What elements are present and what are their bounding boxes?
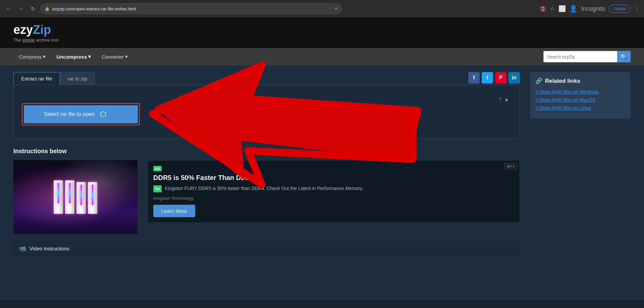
link-icon: 🔗 [535, 77, 542, 84]
file-select-label: Select rar file to open [44, 111, 95, 117]
search-input[interactable] [543, 51, 617, 62]
ad-description: Ad Kingston FURY DDR5 is 50% faster than… [153, 185, 514, 192]
ram-stick-4 [88, 182, 97, 214]
video-section: 📹 Video Instructions [13, 241, 520, 256]
menu-icon[interactable]: ⋮ [634, 5, 640, 12]
nav-search: 🔍 [543, 51, 631, 62]
file-select-button[interactable]: Select rar file to open ⬡ [24, 105, 138, 123]
ad-header: Ad AD X [153, 166, 514, 171]
share-facebook-button[interactable]: f [468, 72, 480, 83]
forward-button[interactable]: → [16, 4, 25, 13]
page-main: Extract rar file rar to zip f t P in ? ▲ [13, 72, 520, 256]
share-twitter-button[interactable]: t [482, 72, 493, 83]
url-text: ezyzip.com/open-extract-rar-file-online.… [52, 6, 136, 11]
content-row: Ad AD X DDR5 is 50% Faster Than DDR4 Ad … [13, 160, 520, 234]
ad-label: AD [506, 164, 512, 168]
close-icon: X [513, 164, 515, 168]
file-select-wrapper: Select rar file to open ⬡ [22, 103, 140, 125]
incognito-label: Incognito [581, 5, 605, 12]
no-camera-icon: 📵 [540, 6, 546, 12]
instructions-heading: Instructions below [13, 148, 520, 155]
chevron-down-icon: ▾ [43, 54, 46, 60]
site-header: ezyZip The simple archive tool [0, 17, 644, 48]
nav-bar: Compress ▾ Uncompress ▾ Converter ▾ 🔍 [0, 48, 644, 65]
address-bar[interactable]: 🔒 ezyzip.com/open-extract-rar-file-onlin… [40, 3, 342, 14]
search-button[interactable]: 🔍 [617, 51, 631, 62]
browser-right-icons: 📵 ☆ ⬜ 👤 Incognito Update ⋮ [540, 5, 640, 13]
update-button[interactable]: Update [609, 5, 631, 13]
video-label: Video Instructions [30, 246, 69, 251]
logo[interactable]: ezyZip [13, 23, 58, 37]
ad-inline-badge: Ad [153, 185, 162, 192]
share-pinterest-button[interactable]: P [495, 72, 506, 83]
logo-ezy: ezy [13, 23, 33, 37]
tab-icon[interactable]: ⬜ [558, 5, 566, 12]
ad-close-button[interactable]: AD X [504, 163, 517, 169]
panel-help: ? ▲ [22, 95, 512, 103]
share-icons: f t P in [468, 72, 520, 85]
ram-sticks [54, 180, 97, 214]
tab-extract-rar[interactable]: Extract rar file [13, 72, 60, 85]
back-button[interactable]: ← [4, 4, 13, 13]
related-links-box: 🔗 Related links Open RAR files on Window… [530, 72, 631, 119]
page-layout: Extract rar file rar to zip f t P in ? ▲ [13, 72, 631, 256]
dropbox-icon: ⬡ [100, 110, 106, 119]
search-icon: 🔍 [621, 54, 627, 60]
ram-stick-3 [76, 182, 86, 214]
bookmark-icon[interactable]: ☆ [550, 5, 555, 12]
ad-company: Kingston Technology [153, 196, 514, 201]
ram-image [13, 160, 138, 234]
chevron-down-icon: ▾ [125, 54, 128, 60]
share-linkedin-button[interactable]: in [508, 72, 520, 83]
learn-more-button[interactable]: Learn More [153, 205, 195, 217]
related-link-windows[interactable]: Open RAR files on Windows [535, 89, 625, 95]
main-content: Extract rar file rar to zip f t P in ? ▲ [0, 65, 644, 300]
nav-converter[interactable]: Converter ▾ [96, 48, 133, 65]
ram-stick-2 [65, 180, 74, 214]
related-links-title: 🔗 Related links [535, 77, 625, 84]
logo-zip: Zip [33, 23, 51, 37]
nav-uncompress[interactable]: Uncompress ▾ [51, 48, 96, 65]
tab-rar-to-zip[interactable]: rar to zip [60, 72, 95, 85]
browser-chrome: ← → ↻ 🔒 ezyzip.com/open-extract-rar-file… [0, 0, 644, 17]
close-icon[interactable]: ✕ [334, 6, 338, 11]
related-link-linux[interactable]: Open RAR files on Linux [535, 105, 625, 111]
tabs-left: Extract rar file rar to zip [13, 72, 95, 85]
right-sidebar: 🔗 Related links Open RAR files on Window… [530, 72, 631, 119]
ad-badge: Ad [153, 166, 162, 171]
preview-image [13, 160, 138, 234]
help-icon[interactable]: ? [499, 97, 501, 102]
tabs-row: Extract rar file rar to zip f t P in [13, 72, 520, 85]
logo-tagline: The simple archive tool [13, 38, 58, 43]
nav-compress[interactable]: Compress ▾ [13, 48, 51, 65]
related-link-macos[interactable]: Open RAR files on MacOS [535, 97, 625, 103]
reload-button[interactable]: ↻ [28, 4, 38, 13]
expand-icon[interactable]: ▲ [504, 97, 509, 102]
ram-stick-1 [54, 180, 63, 214]
tool-panel: ? ▲ Select rar file to open ⬡ [13, 85, 520, 138]
avatar-icon[interactable]: 👤 [569, 5, 578, 13]
lock-icon: 🔒 [45, 6, 50, 11]
ad-title: DDR5 is 50% Faster Than DDR4 [153, 174, 514, 182]
ad-area: Ad AD X DDR5 is 50% Faster Than DDR4 Ad … [148, 160, 520, 223]
chevron-down-icon: ▾ [88, 54, 91, 60]
video-icon: 📹 [19, 245, 26, 252]
